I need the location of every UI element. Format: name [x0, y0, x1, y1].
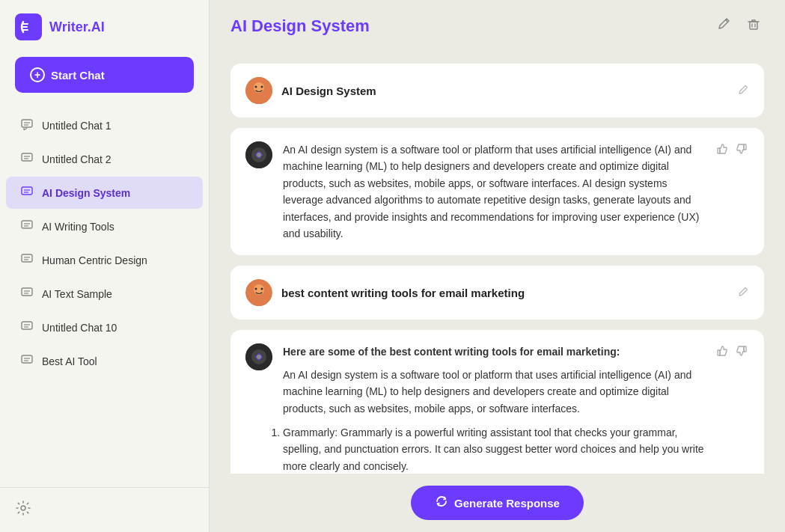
message-edit-button-2[interactable]	[737, 286, 749, 300]
start-chat-button[interactable]: + Start Chat	[15, 57, 194, 93]
ai-message-content-2: Here are some of the best content writin…	[283, 343, 704, 474]
message-edit-button[interactable]	[737, 84, 749, 98]
refresh-icon	[435, 495, 448, 511]
svg-point-42	[261, 288, 263, 290]
sidebar-item-ai-text-sample[interactable]: AI Text Sample	[6, 278, 203, 310]
thumbs-down-button-2[interactable]	[734, 343, 749, 361]
svg-rect-12	[22, 254, 32, 262]
svg-rect-37	[744, 144, 746, 150]
sidebar-item-label: Untitled Chat 1	[42, 120, 112, 132]
ai-message-text: An AI design system is a software tool o…	[283, 141, 704, 242]
chat-icon	[21, 253, 34, 267]
sender-name-2: best content writing tools for email mar…	[281, 287, 525, 299]
ai-message-content: An AI design system is a software tool o…	[283, 141, 704, 242]
ai-message-intro: Here are some of the best content writin…	[283, 343, 704, 360]
message-feedback-actions	[715, 141, 749, 159]
plus-icon: +	[30, 67, 45, 82]
sidebar-item-untitled-chat-1[interactable]: Untitled Chat 1	[6, 109, 203, 141]
sidebar-item-label: Untitled Chat 2	[42, 153, 112, 165]
sidebar-footer	[0, 487, 209, 532]
svg-point-45	[257, 355, 261, 359]
user-message-2: best content writing tools for email mar…	[230, 266, 764, 319]
user-avatar-2	[245, 279, 272, 306]
sidebar-item-label: Human Centric Design	[42, 254, 147, 266]
sidebar-item-human-centric-design[interactable]: Human Centric Design	[6, 244, 203, 276]
ai-avatar-2	[245, 343, 272, 370]
svg-point-31	[255, 86, 257, 88]
svg-rect-18	[22, 322, 32, 329]
generate-button-label: Generate Response	[454, 497, 560, 510]
sidebar-header: Writer.AI	[0, 0, 209, 54]
svg-rect-21	[22, 355, 32, 363]
sidebar-item-label: AI Design System	[42, 187, 130, 199]
sidebar-item-label: Best AI Tool	[42, 355, 97, 367]
message-feedback-actions-2	[715, 343, 749, 361]
chat-icon	[21, 320, 34, 334]
svg-point-32	[261, 86, 263, 88]
sidebar-item-label: AI Text Sample	[42, 288, 112, 300]
chat-bottom-bar: Generate Response	[210, 474, 785, 532]
user-avatar	[245, 77, 272, 104]
generate-response-button[interactable]: Generate Response	[411, 486, 584, 520]
edit-button[interactable]	[713, 13, 734, 38]
sidebar: Writer.AI + Start Chat Untitled Chat 1	[0, 0, 210, 532]
sidebar-item-untitled-chat-10[interactable]: Untitled Chat 10	[6, 311, 203, 343]
svg-rect-9	[22, 221, 32, 228]
app-logo	[15, 13, 42, 40]
chat-icon	[21, 118, 34, 132]
list-item-1: Grammarly: Grammarly is a powerful writi…	[283, 424, 704, 474]
sidebar-item-label: Untitled Chat 10	[42, 322, 117, 334]
thumbs-down-button[interactable]	[734, 141, 749, 159]
chat-icon	[21, 354, 34, 368]
settings-icon[interactable]	[15, 503, 31, 519]
message-sender: AI Design System	[245, 77, 376, 104]
thumbs-up-button[interactable]	[715, 141, 730, 159]
thumbs-up-button-2[interactable]	[715, 343, 730, 361]
sidebar-item-label: AI Writing Tools	[42, 221, 114, 233]
sidebar-item-ai-design-system[interactable]: AI Design System	[6, 177, 203, 209]
brand-name: Writer.AI	[49, 19, 105, 35]
ai-message-list: Grammarly: Grammarly is a powerful writi…	[283, 424, 704, 474]
sidebar-item-untitled-chat-2[interactable]: Untitled Chat 2	[6, 143, 203, 175]
user-message-1: AI Design System	[230, 64, 764, 117]
main-header: AI Design System	[210, 0, 785, 52]
svg-rect-25	[750, 22, 757, 29]
chat-icon	[21, 219, 34, 233]
svg-rect-36	[718, 148, 720, 153]
svg-point-35	[257, 153, 261, 157]
sidebar-item-ai-writing-tools[interactable]: AI Writing Tools	[6, 210, 203, 242]
sidebar-item-best-ai-tool[interactable]: Best AI Tool	[6, 345, 203, 377]
svg-rect-46	[718, 350, 720, 355]
main-content: AI Design System	[210, 0, 785, 532]
ai-avatar	[245, 141, 272, 168]
svg-rect-3	[22, 153, 32, 161]
ai-message-body: An AI design system is a software tool o…	[283, 367, 704, 417]
sidebar-nav: Untitled Chat 1 Untitled Chat 2 AI Des	[0, 105, 209, 487]
chat-icon	[21, 152, 34, 166]
ai-message-1: An AI design system is a software tool o…	[230, 128, 764, 255]
svg-point-41	[255, 288, 257, 290]
chat-icon	[21, 287, 34, 301]
ai-message-2: Here are some of the best content writin…	[230, 330, 764, 474]
page-title: AI Design System	[230, 16, 370, 36]
svg-point-24	[21, 506, 25, 510]
svg-rect-6	[22, 187, 32, 195]
header-actions	[713, 13, 764, 38]
start-chat-label: Start Chat	[51, 69, 105, 82]
sender-name: AI Design System	[281, 85, 376, 97]
delete-button[interactable]	[743, 13, 764, 38]
chat-area: AI Design System	[210, 52, 785, 474]
svg-rect-15	[22, 288, 32, 296]
svg-rect-0	[22, 120, 32, 127]
chat-icon	[21, 186, 34, 200]
message-sender: best content writing tools for email mar…	[245, 279, 525, 306]
svg-rect-47	[744, 346, 746, 352]
